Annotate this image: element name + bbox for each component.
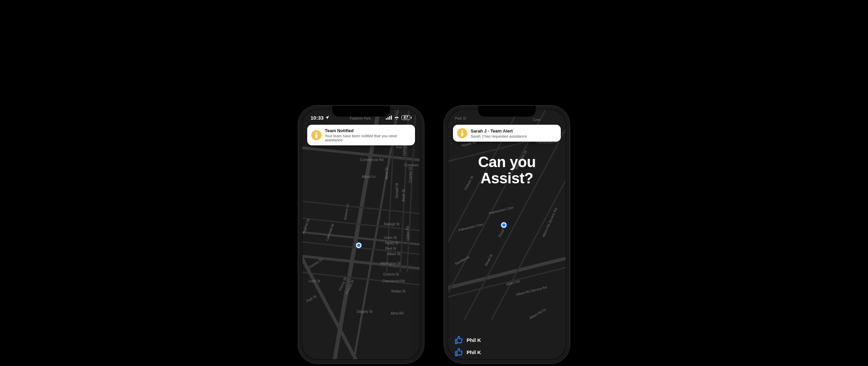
street-label: Commercial Rd xyxy=(360,158,383,162)
status-time: 10:33 xyxy=(311,115,323,121)
svg-point-4 xyxy=(316,132,317,134)
app-icon xyxy=(457,128,467,138)
street-label: Albert Rd Service Rd xyxy=(541,207,558,238)
street-label: Albert Rd Service Rd xyxy=(516,285,547,297)
screen-left: Fawkner Park Commercial Rd Commerc Alfre… xyxy=(302,110,420,359)
street-label: Alfred Ln xyxy=(362,175,375,179)
svg-rect-0 xyxy=(386,118,387,120)
current-location-dot xyxy=(501,222,507,228)
battery-percent: 87 xyxy=(403,115,408,120)
street-label: Peel St xyxy=(385,247,396,250)
svg-rect-2 xyxy=(389,116,390,120)
notification-title: Team Notified xyxy=(325,128,411,133)
street-label: Albert St xyxy=(387,252,400,256)
street-label: Cres xyxy=(533,118,540,122)
svg-rect-3 xyxy=(391,116,392,120)
notification-title: Sarah J - Team Alert xyxy=(471,128,528,134)
street-label: Stead St xyxy=(484,253,493,267)
street-label: Donald St xyxy=(395,183,399,198)
street-label: Park St xyxy=(455,117,466,120)
street-label: Dalgety St xyxy=(357,310,372,313)
assist-heading-line1: Can you xyxy=(448,154,566,170)
wifi-icon xyxy=(394,116,399,120)
street-label: Palmerston Cres xyxy=(489,205,514,215)
street-label: Charnwood Rd xyxy=(382,279,405,283)
street-label: Henry St xyxy=(385,241,398,245)
street-label: Upton Rd xyxy=(406,226,410,240)
street-label: Athol St xyxy=(385,167,389,179)
notification-body: Sarah J has requested assistance. xyxy=(471,134,528,138)
cellular-icon xyxy=(386,116,392,120)
responder-name: Phil K xyxy=(467,349,481,355)
responder-name: Phil K xyxy=(467,337,481,343)
svg-point-5 xyxy=(461,130,463,132)
responder-row[interactable]: Phil K xyxy=(454,348,481,357)
street-label: Perth St xyxy=(402,189,406,201)
street-label: Park St xyxy=(305,294,317,303)
street-label: Raleigh St xyxy=(384,222,399,226)
street-label: Union St xyxy=(384,236,397,240)
street-label: Octavia St xyxy=(383,272,399,276)
notification-banner[interactable]: Sarah J - Team Alert Sarah J has request… xyxy=(453,125,561,142)
assist-heading: Can you Assist? xyxy=(448,154,566,187)
street-label: Wellington St xyxy=(380,262,400,265)
street-label: Redan St xyxy=(391,289,406,293)
screen-right: Park St Napier St Cres Service Rd Palmer… xyxy=(448,110,566,359)
svg-rect-1 xyxy=(388,117,389,120)
current-location-dot xyxy=(356,243,361,248)
app-icon xyxy=(311,130,321,140)
notification-banner[interactable]: Team Notified Your team have been notifi… xyxy=(307,125,415,145)
street-label: Lakeside Dr xyxy=(325,223,335,241)
map-background[interactable]: Park St Napier St Cres Service Rd Palmer… xyxy=(448,110,566,359)
street-label: Albert Rd Dr xyxy=(529,307,547,320)
street-label: Loch St xyxy=(309,279,320,283)
device-notch xyxy=(478,106,536,117)
street-label: Charles St xyxy=(409,167,412,183)
map-background[interactable]: Fawkner Park Commercial Rd Commerc Alfre… xyxy=(302,110,420,359)
street-label: Palmerston Cres xyxy=(458,222,484,232)
street-label: Alma Rd xyxy=(391,311,403,315)
device-notch xyxy=(332,106,390,117)
phone-mockup-left: Fawkner Park Commercial Rd Commerc Alfre… xyxy=(298,106,424,363)
battery-indicator: 87 xyxy=(401,115,412,120)
thumbs-up-icon xyxy=(454,336,463,344)
location-arrow-icon xyxy=(325,115,330,120)
street-label: Commerc xyxy=(404,163,419,167)
thumbs-up-icon xyxy=(454,348,463,357)
notification-body: Your team have been notified that you ne… xyxy=(325,134,411,142)
phone-mockup-right: Park St Napier St Cres Service Rd Palmer… xyxy=(444,106,570,363)
assist-heading-line2: Assist? xyxy=(448,170,566,186)
responder-row[interactable]: Phil K xyxy=(454,336,481,344)
responder-list: Phil K Phil K xyxy=(454,336,481,357)
